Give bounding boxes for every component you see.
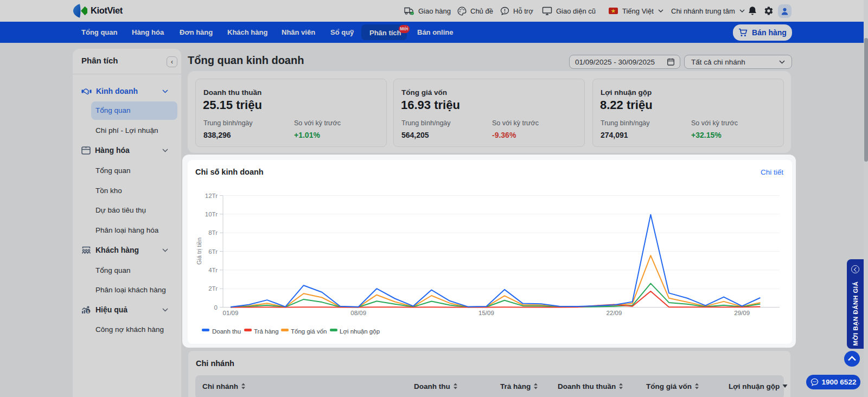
svg-text:Giá trị tiền: Giá trị tiền [196,238,202,265]
svg-text:Doanh thu: Doanh thu [212,328,241,335]
svg-text:22/09: 22/09 [607,310,622,316]
svg-text:12Tr: 12Tr [205,193,218,199]
svg-text:15/09: 15/09 [478,310,494,316]
svg-text:4Tr: 4Tr [208,267,218,273]
svg-text:08/09: 08/09 [350,310,366,316]
svg-text:Lợi nhuận gộp: Lợi nhuận gộp [340,328,380,335]
svg-text:Trả hàng: Trả hàng [254,328,279,335]
svg-text:Tổng giá vốn: Tổng giá vốn [291,328,327,335]
svg-text:29/09: 29/09 [734,310,750,316]
svg-text:10Tr: 10Tr [205,211,218,217]
svg-text:6Tr: 6Tr [208,248,218,255]
svg-text:2Tr: 2Tr [208,285,218,292]
svg-text:0: 0 [214,304,218,311]
svg-text:01/09: 01/09 [223,310,239,316]
svg-text:8Tr: 8Tr [208,229,218,236]
